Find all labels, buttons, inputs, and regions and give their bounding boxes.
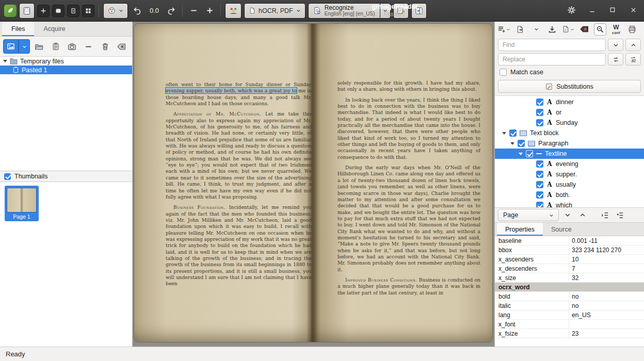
property-row[interactable]: lang en_US (495, 310, 644, 320)
paste-button[interactable] (48, 39, 63, 54)
remove-page-button[interactable] (81, 39, 96, 54)
property-row[interactable]: baseline 0.001 -11 (495, 236, 644, 245)
word-checkbox[interactable] (536, 171, 543, 178)
export-options-button[interactable] (530, 23, 542, 36)
property-row[interactable]: x_font (495, 320, 644, 329)
document-canvas[interactable]: often went to their home for Sunday dinn… (133, 22, 494, 347)
tree-item-word[interactable]: A evening (495, 159, 644, 169)
word-checkbox[interactable] (536, 181, 543, 188)
property-value[interactable]: no (569, 301, 644, 310)
property-row[interactable]: bold no (495, 292, 644, 301)
ocr-selection-highlight[interactable]: evening supper, usually both, which was … (166, 88, 297, 93)
recognize-dropdown-button[interactable] (380, 3, 391, 19)
property-value[interactable]: no (569, 292, 644, 301)
tree-item-paragraph[interactable]: Paragraph (495, 138, 644, 149)
ocr-language-button[interactable] (225, 3, 242, 19)
property-value[interactable]: 7 (569, 264, 644, 273)
property-value[interactable] (569, 320, 644, 329)
rotate-right-button[interactable] (165, 3, 178, 19)
image-controls-button[interactable] (103, 3, 128, 19)
edit-text-button[interactable] (393, 3, 409, 19)
tab-acquire[interactable]: Acquire (34, 22, 74, 36)
output-mode-combo[interactable]: hOCR, PDF (244, 3, 305, 19)
replace-button[interactable] (608, 53, 623, 65)
tree-item-text-block[interactable]: Text block (495, 128, 644, 138)
expander-icon[interactable] (519, 153, 523, 155)
tree-item-word[interactable]: A which (495, 200, 644, 207)
collapse-all-button[interactable] (614, 209, 626, 221)
substitutions-button[interactable]: Substitutions (498, 80, 641, 93)
tree-item-word[interactable]: A usually (495, 179, 644, 190)
output-pane-toggle[interactable] (411, 3, 427, 19)
property-value[interactable]: 0.001 -11 (569, 236, 644, 245)
block-checkbox[interactable] (509, 129, 517, 137)
tree-item-pasted-1[interactable]: Pasted 1 (0, 65, 132, 74)
paragraph-checkbox[interactable] (518, 140, 525, 147)
tree-item-word[interactable]: A Sunday (495, 118, 644, 128)
property-value[interactable]: en_US (569, 310, 644, 319)
find-replace-toggle[interactable] (594, 23, 606, 36)
property-row[interactable]: x_ascenders 10 (495, 255, 644, 264)
word-confidence-toggle[interactable]: W conf (610, 23, 622, 36)
expander-icon[interactable] (510, 142, 514, 145)
open-folder-button[interactable] (31, 39, 46, 54)
page-level-combo[interactable]: Page (498, 209, 559, 221)
minimize-button[interactable] (585, 3, 599, 17)
property-value[interactable]: 23 (569, 329, 644, 338)
export-button[interactable] (514, 23, 526, 36)
word-checkbox[interactable] (536, 99, 543, 106)
expand-all-button[interactable] (599, 209, 611, 221)
current-page-button[interactable] (67, 5, 79, 17)
match-case-checkbox[interactable] (500, 69, 507, 76)
word-checkbox[interactable] (536, 191, 543, 199)
thumbnails-checkbox[interactable] (4, 173, 11, 180)
maximize-button[interactable] (606, 3, 619, 17)
tree-root-temporary-files[interactable]: Temporary files (0, 57, 132, 65)
property-value[interactable]: 10 (569, 255, 644, 264)
find-next-button[interactable] (608, 39, 623, 51)
textline-checkbox[interactable] (526, 150, 533, 157)
property-row[interactable]: bbox 323 234 1120 270 (495, 245, 644, 255)
property-row[interactable]: x_fsize 23 (495, 329, 644, 338)
tree-item-word[interactable]: A supper. (495, 169, 644, 179)
save-output-button[interactable] (546, 23, 558, 36)
app-menu-button[interactable] (565, 3, 578, 17)
word-checkbox[interactable] (536, 160, 543, 168)
thumbnail-page-1[interactable]: Page 1 (5, 186, 39, 221)
clear-button[interactable] (114, 39, 129, 54)
delete-button[interactable] (98, 39, 112, 54)
property-value[interactable]: 323 234 1120 270 (569, 245, 644, 254)
add-page-button[interactable] (37, 5, 50, 17)
rotation-angle-spinbox[interactable]: 0.0 (147, 7, 162, 14)
add-images-button[interactable] (3, 39, 19, 54)
find-input[interactable] (498, 39, 606, 51)
replace-all-button[interactable] (625, 53, 641, 65)
find-previous-button[interactable] (625, 39, 641, 51)
rotate-left-button[interactable] (131, 3, 144, 19)
navigate-previous-button[interactable] (576, 209, 589, 221)
property-row[interactable]: italic no (495, 301, 644, 310)
close-button[interactable] (626, 3, 640, 17)
tab-source[interactable]: Source (543, 223, 580, 236)
insert-mode-button[interactable] (497, 23, 510, 36)
tab-properties[interactable]: Properties (497, 223, 543, 236)
navigate-next-button[interactable] (561, 209, 574, 221)
recognize-button[interactable]: Recognize English [eng] (en_US) (308, 3, 380, 19)
export-pdf-button[interactable] (626, 23, 638, 36)
add-images-dropdown-button[interactable] (19, 39, 30, 54)
property-row[interactable]: x_size 32 (495, 273, 644, 283)
open-output-button[interactable] (562, 23, 574, 36)
tab-files[interactable]: Files (2, 22, 34, 36)
property-value[interactable]: 32 (569, 273, 644, 282)
multi-page-layout-button[interactable] (82, 5, 94, 17)
tree-item-word[interactable]: A or (495, 107, 644, 118)
property-row[interactable]: x_descenders 7 (495, 264, 644, 273)
clear-output-button[interactable] (578, 23, 590, 36)
tree-item-word[interactable]: A both. (495, 190, 644, 200)
word-checkbox[interactable] (536, 202, 543, 207)
expander-icon[interactable] (3, 60, 7, 62)
scanned-book-image[interactable]: often went to their home for Sunday dinn… (134, 24, 492, 342)
replace-input[interactable] (498, 53, 606, 65)
word-checkbox[interactable] (536, 119, 543, 126)
zoom-in-button[interactable] (203, 3, 216, 19)
